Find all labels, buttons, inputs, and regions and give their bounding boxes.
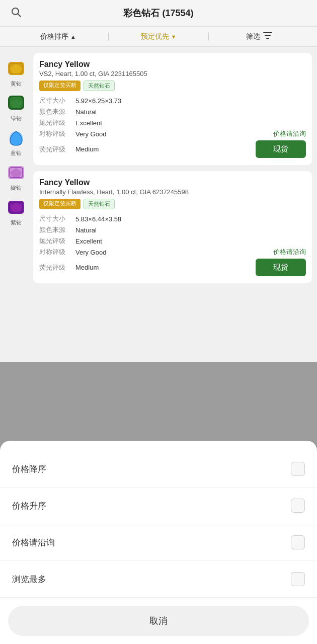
card-1-price-label: 价格请沿询 <box>273 129 306 138</box>
spec-label: 抛光评级 <box>39 236 75 246</box>
spec-row: 荧光评级 Medium 现货 <box>39 259 306 276</box>
gem-blue[interactable]: 蓝钻 <box>5 126 27 157</box>
spec-label: 颜色来源 <box>39 225 75 234</box>
sort-option-most-viewed-checkbox[interactable] <box>291 572 305 586</box>
card-2-tag-exclusive: 仅限定货买断 <box>39 199 81 209</box>
svg-rect-3 <box>265 35 271 36</box>
spec-row: 颜色来源 Natural <box>39 107 306 116</box>
main-content: 黄钻 绿钻 蓝钻 靛钻 <box>0 47 317 295</box>
spec-value: 5.83×6.44×3.58 <box>75 215 121 223</box>
sort-option-price-desc[interactable]: 价格降序 <box>0 451 317 488</box>
sort-option-price-asc[interactable]: 价格升序 <box>0 488 317 524</box>
gem-sidebar: 黄钻 绿钻 蓝钻 靛钻 <box>0 53 28 289</box>
gem-blue-label: 蓝钻 <box>11 149 22 157</box>
search-icon[interactable] <box>10 6 22 20</box>
spec-label: 对称评级 <box>39 248 75 257</box>
spec-label: 颜色来源 <box>39 107 75 116</box>
sort-option-price-desc-checkbox[interactable] <box>291 462 305 476</box>
sort-option-price-asc-label: 价格升序 <box>12 500 46 512</box>
gem-yellow[interactable]: 黄钻 <box>5 57 27 88</box>
gem-green[interactable]: 绿钻 <box>5 92 27 122</box>
gem-green-label: 绿钻 <box>11 115 22 122</box>
sort-price[interactable]: 价格排序 ▲ <box>8 32 108 41</box>
spec-value: Excellent <box>75 237 102 245</box>
spec-row: 荧光评级 Medium 现货 <box>39 140 306 158</box>
bottom-sheet: 价格降序 价格升序 价格请沿询 浏览最多 取消 <box>0 441 317 644</box>
page-title: 彩色钻石 (17554) <box>123 7 193 19</box>
cancel-button[interactable]: 取消 <box>8 606 309 636</box>
card-1-subtitle: VS2, Heart, 1.00 ct, GIA 2231165505 <box>39 70 306 77</box>
spec-label: 对称评级 <box>39 129 75 138</box>
gem-purple[interactable]: 紫钻 <box>5 196 27 226</box>
spec-row: 抛光评级 Excellent <box>39 236 306 246</box>
diamond-card-2: Fancy Yellow Internally Flawless, Heart,… <box>33 171 312 283</box>
svg-rect-4 <box>266 38 269 39</box>
sort-option-price-inquire-label: 价格请沿询 <box>12 537 55 548</box>
card-2-subtitle: Internally Flawless, Heart, 1.00 ct, GIA… <box>39 188 306 196</box>
svg-line-1 <box>18 14 21 17</box>
spec-row: 尺寸大小 5.92×6.25×3.73 <box>39 96 306 105</box>
card-2-specs: 尺寸大小 5.83×6.44×3.58 颜色来源 Natural 抛光评级 Ex… <box>39 214 306 276</box>
spec-label: 尺寸大小 <box>39 96 75 105</box>
spec-row: 抛光评级 Excellent <box>39 118 306 127</box>
card-2-instock-button[interactable]: 现货 <box>256 259 306 276</box>
gem-yellow-label: 黄钻 <box>11 80 22 88</box>
sort-priority[interactable]: 预定优先 ▼ <box>109 32 209 41</box>
card-1-tags: 仅限定货买断 天然钻石 <box>39 80 306 91</box>
cards-list: Fancy Yellow VS2, Heart, 1.00 ct, GIA 22… <box>28 53 317 289</box>
sort-bar: 价格排序 ▲ 预定优先 ▼ 筛选 <box>0 27 317 47</box>
spec-value: Natural <box>75 226 97 234</box>
card-1-instock-button[interactable]: 现货 <box>256 140 306 158</box>
card-2-tags: 仅限定货买断 天然钻石 <box>39 199 306 209</box>
card-1-specs: 尺寸大小 5.92×6.25×3.73 颜色来源 Natural 抛光评级 Ex… <box>39 96 306 158</box>
sort-option-most-viewed[interactable]: 浏览最多 <box>0 561 317 598</box>
sort-option-most-viewed-label: 浏览最多 <box>12 574 46 585</box>
spec-label: 尺寸大小 <box>39 214 75 223</box>
card-1-content: Fancy Yellow VS2, Heart, 1.00 ct, GIA 22… <box>39 60 306 158</box>
spec-value: Natural <box>75 108 97 116</box>
card-1-title: Fancy Yellow <box>39 60 306 69</box>
spec-row: 对称评级 Very Good 价格请沿询 <box>39 129 306 138</box>
card-1-tag-natural: 天然钻石 <box>84 80 115 91</box>
spec-value: 5.92×6.25×3.73 <box>75 97 121 105</box>
sort-option-price-inquire[interactable]: 价格请沿询 <box>0 524 317 561</box>
spec-row: 对称评级 Very Good 价格请沿询 <box>39 248 306 257</box>
sort-filter[interactable]: 筛选 <box>209 32 309 41</box>
spec-row: 颜色来源 Natural <box>39 225 306 234</box>
card-2-content: Fancy Yellow Internally Flawless, Heart,… <box>39 178 306 276</box>
sort-option-price-inquire-checkbox[interactable] <box>291 535 305 549</box>
spec-value: Very Good <box>75 249 106 256</box>
header: 彩色钻石 (17554) <box>0 0 317 27</box>
spec-value: Medium <box>75 145 99 153</box>
spec-label: 抛光评级 <box>39 118 75 127</box>
spec-value: Medium <box>75 264 99 271</box>
svg-rect-2 <box>263 32 272 33</box>
spec-value: Excellent <box>75 119 102 127</box>
gem-purple-label: 紫钻 <box>11 219 22 226</box>
card-2-tag-natural: 天然钻石 <box>84 199 115 209</box>
diamond-card-1: Fancy Yellow VS2, Heart, 1.00 ct, GIA 22… <box>33 53 312 165</box>
sort-option-price-desc-label: 价格降序 <box>12 463 46 475</box>
spec-row: 尺寸大小 5.83×6.44×3.58 <box>39 214 306 223</box>
spec-value: Very Good <box>75 130 106 138</box>
sort-option-price-asc-checkbox[interactable] <box>291 499 305 513</box>
card-2-title: Fancy Yellow <box>39 178 306 187</box>
gem-indigo[interactable]: 靛钻 <box>5 161 27 192</box>
gem-indigo-label: 靛钻 <box>11 184 22 192</box>
spec-label: 荧光评级 <box>39 145 75 154</box>
card-2-price-label: 价格请沿询 <box>273 248 306 257</box>
card-1-tag-exclusive: 仅限定货买断 <box>39 80 81 91</box>
spec-label: 荧光评级 <box>39 263 75 272</box>
